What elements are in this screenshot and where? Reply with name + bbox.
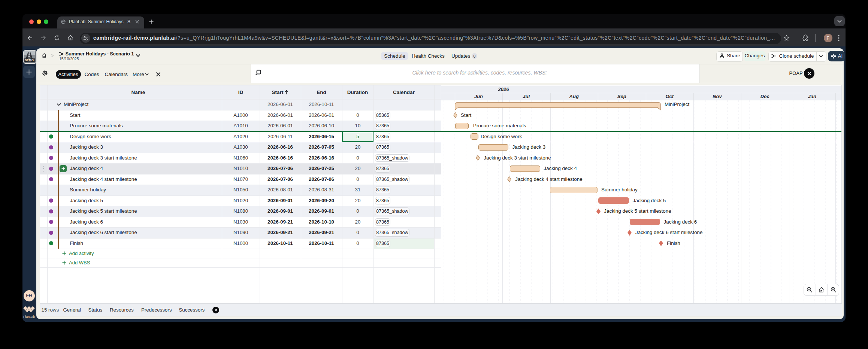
- svg-text:DEMO: DEMO: [25, 58, 34, 62]
